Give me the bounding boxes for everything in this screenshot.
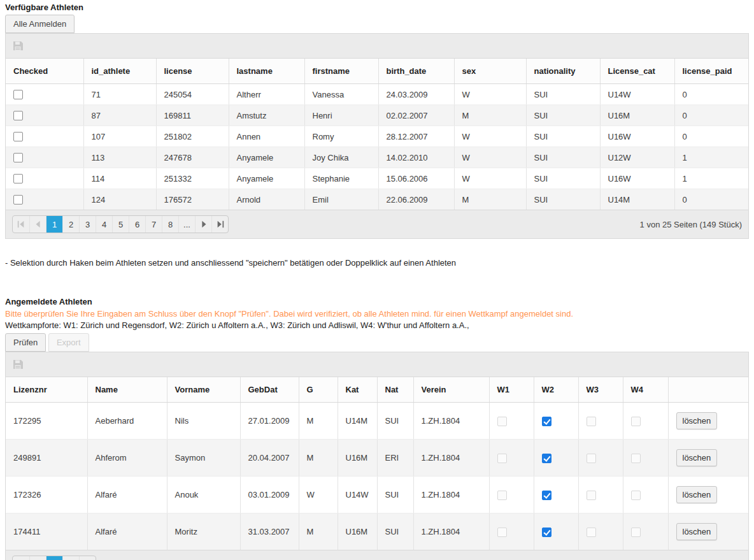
pager-page-8[interactable]: 8 <box>162 216 178 233</box>
pager-page-1[interactable]: 1 <box>46 216 62 233</box>
delete-button[interactable]: löschen <box>676 486 718 503</box>
pager-page-2[interactable]: 2 <box>62 216 79 233</box>
pager-page-1[interactable]: 1 <box>46 556 62 560</box>
col-nationality[interactable]: nationality <box>526 59 600 84</box>
check-button[interactable]: Prüfen <box>5 333 46 352</box>
cell-birth-date: 24.03.2009 <box>378 84 454 105</box>
cell-kat: U14W <box>338 477 377 513</box>
registered-athletes-grid: Lizenznr Name Vorname GebDat G Kat Nat V… <box>5 352 749 560</box>
row-checkbox[interactable] <box>13 132 23 141</box>
cell-license-paid: 1 <box>674 168 748 189</box>
col-id-athlete[interactable]: id_athlete <box>83 59 156 84</box>
col-sex[interactable]: sex <box>454 59 526 84</box>
cell-nationality: SUI <box>526 84 600 105</box>
cell-firstname: Henri <box>304 105 378 126</box>
available-pager-bar: 1 2 3 4 5 6 7 8 ... 1 von 25 Seiten (149… <box>6 210 748 238</box>
pager-page-5[interactable]: 5 <box>112 216 129 233</box>
col-w1[interactable]: W1 <box>489 377 534 403</box>
pager-page-4[interactable]: 4 <box>96 216 112 233</box>
cell-nationality: SUI <box>526 189 600 210</box>
row-checkbox[interactable] <box>13 90 23 99</box>
col-vorname[interactable]: Vorname <box>167 377 240 403</box>
delete-button[interactable]: löschen <box>676 449 718 466</box>
pager-page-6[interactable]: 6 <box>129 216 145 233</box>
table-row[interactable]: 114 251332 Anyamele Stephanie 15.06.2006… <box>6 168 748 189</box>
checked-cell <box>6 126 83 147</box>
available-athletes-title: Verfügbare Athleten <box>5 3 749 12</box>
col-w2[interactable]: W2 <box>534 377 578 403</box>
cell-license-cat: U12W <box>600 147 674 168</box>
col-lastname[interactable]: lastname <box>229 59 304 84</box>
cell-sex: W <box>454 84 526 105</box>
row-checkbox[interactable] <box>13 174 23 183</box>
col-license-paid[interactable]: license_paid <box>674 59 748 84</box>
save-icon[interactable] <box>13 362 23 371</box>
cell-sex: M <box>454 189 526 210</box>
table-row[interactable]: 87 169811 Amstutz Henri 02.02.2007 M SUI… <box>6 105 748 126</box>
w2-checkbox[interactable] <box>542 417 551 426</box>
col-w4[interactable]: W4 <box>623 377 668 403</box>
row-checkbox[interactable] <box>13 153 23 162</box>
w2-checkbox[interactable] <box>542 491 551 500</box>
cell-lizenznr: 172326 <box>6 477 87 513</box>
registered-athletes-table: Lizenznr Name Vorname GebDat G Kat Nat V… <box>6 377 748 550</box>
col-nat[interactable]: Nat <box>377 377 413 403</box>
cell-nationality: SUI <box>526 168 600 189</box>
export-button: Export <box>48 333 89 352</box>
col-name[interactable]: Name <box>87 377 167 403</box>
pager-first-button <box>13 216 29 233</box>
table-row[interactable]: 113 247678 Anyamele Joy Chika 14.02.2010… <box>6 147 748 168</box>
cell-name: Alfaré <box>87 477 167 513</box>
pager-page-7[interactable]: 7 <box>145 216 162 233</box>
cell-firstname: Stephanie <box>304 168 378 189</box>
col-checked[interactable]: Checked <box>6 59 83 84</box>
w1-checkbox <box>497 454 507 463</box>
col-kat[interactable]: Kat <box>338 377 377 403</box>
cell-birth-date: 22.06.2009 <box>378 189 454 210</box>
col-birth-date[interactable]: birth_date <box>378 59 454 84</box>
pager-prev-button <box>29 556 46 560</box>
pager-next-button[interactable] <box>195 216 211 233</box>
pager-prev-button <box>29 216 46 233</box>
delete-button[interactable]: löschen <box>676 412 718 429</box>
pager-last-button[interactable] <box>211 216 228 233</box>
row-checkbox[interactable] <box>13 195 23 205</box>
col-w3[interactable]: W3 <box>578 377 623 403</box>
enroll-all-button[interactable]: Alle Anmelden <box>5 15 75 33</box>
pager-ellipsis-button[interactable]: ... <box>178 216 195 233</box>
table-row[interactable]: 71 245054 Altherr Vanessa 24.03.2009 W S… <box>6 84 748 105</box>
cell-vorname: Saymon <box>167 440 240 477</box>
col-gebdat[interactable]: GebDat <box>240 377 299 403</box>
row-checkbox[interactable] <box>13 111 23 120</box>
table-row[interactable]: 124 176572 Arnold Emil 22.06.2009 M SUI … <box>6 189 748 210</box>
cell-license: 169811 <box>156 105 229 126</box>
col-verein[interactable]: Verein <box>413 377 489 403</box>
table-row[interactable]: 107 251802 Annen Romy 28.12.2007 W SUI U… <box>6 126 748 147</box>
cell-birth-date: 14.02.2010 <box>378 147 454 168</box>
registered-athletes-title: Angemeldete Athleten <box>5 297 749 306</box>
cell-license-cat: U16W <box>600 168 674 189</box>
cell-vorname: Anouk <box>167 477 240 513</box>
col-g[interactable]: G <box>299 377 338 403</box>
cell-name: Aeberhard <box>87 403 167 440</box>
cell-verein: 1.ZH.1804 <box>413 440 489 477</box>
cell-firstname: Vanessa <box>304 84 378 105</box>
col-license-cat[interactable]: License_cat <box>600 59 674 84</box>
cell-g: M <box>299 440 338 477</box>
pager-page-3[interactable]: 3 <box>79 216 96 233</box>
col-lizenznr[interactable]: Lizenznr <box>6 377 87 403</box>
w4-checkbox <box>631 528 641 537</box>
checked-cell <box>6 84 83 105</box>
col-actions <box>668 377 748 403</box>
cell-gebdat: 20.04.2007 <box>240 440 299 477</box>
col-firstname[interactable]: firstname <box>304 59 378 84</box>
cell-g: M <box>299 403 338 440</box>
cell-lastname: Amstutz <box>229 105 304 126</box>
w2-checkbox[interactable] <box>542 528 551 537</box>
w2-checkbox[interactable] <box>542 454 551 463</box>
col-license[interactable]: license <box>156 59 229 84</box>
table-header-row: Lizenznr Name Vorname GebDat G Kat Nat V… <box>6 377 748 403</box>
save-icon[interactable] <box>13 43 23 53</box>
w1-checkbox <box>497 491 507 500</box>
delete-button[interactable]: löschen <box>676 523 718 540</box>
